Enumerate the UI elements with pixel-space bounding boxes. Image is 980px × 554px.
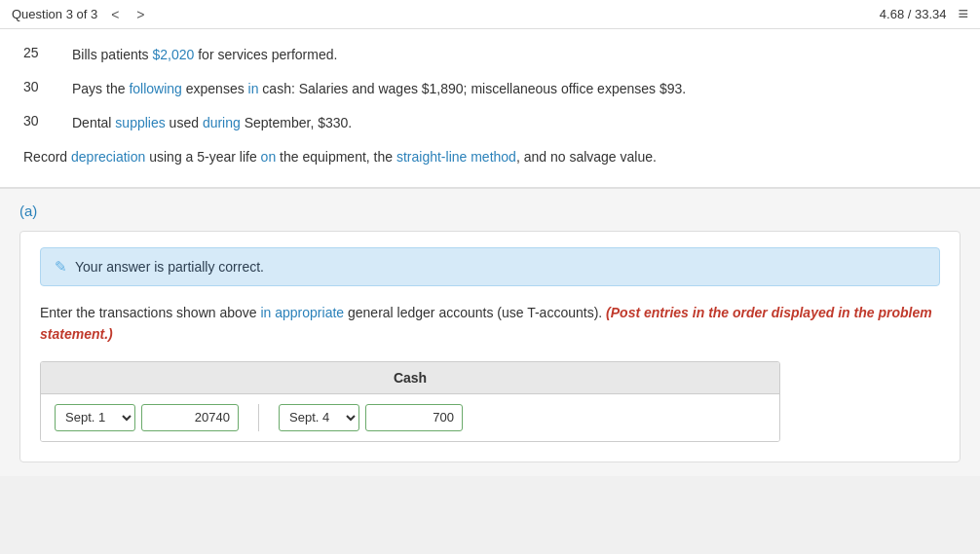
prev-button[interactable]: < [107, 7, 123, 22]
t-account-title: Cash [41, 362, 779, 394]
next-button[interactable]: > [132, 7, 148, 22]
text-in-instr: in [260, 305, 271, 320]
depreciation-note: Record depreciation using a 5-year life … [23, 147, 957, 167]
date-30b: 30 [23, 113, 72, 129]
top-bar-right: 4.68 / 33.34 ≡ [880, 4, 968, 24]
top-bar-left: Question 3 of 3 < > [12, 7, 149, 22]
problem-text-30a: Pays the following expenses in cash: Sal… [72, 79, 957, 99]
text-depreciation: depreciation [71, 149, 145, 165]
date-25: 25 [23, 45, 72, 60]
date-30a: 30 [23, 79, 72, 94]
score-display: 4.68 / 33.34 [880, 7, 947, 21]
text-on: on [261, 149, 277, 165]
text-straight-line: straight-line method [396, 149, 516, 165]
t-account-body: Sept. 1 Sept. 4 Sept. 10 Sept. 14 Sept. … [41, 394, 779, 441]
t-account-divider [258, 404, 259, 431]
question-counter: Question 3 of 3 [12, 7, 97, 21]
top-bar: Question 3 of 3 < > 4.68 / 33.34 ≡ [0, 0, 980, 29]
left-entry: Sept. 1 Sept. 4 Sept. 10 Sept. 14 Sept. … [55, 404, 239, 431]
problem-text-30b: Dental supplies used during September, $… [72, 113, 957, 133]
text-following: following [129, 81, 181, 96]
text-supplies: supplies [115, 115, 165, 130]
part-a-label: (a) [19, 203, 961, 219]
problem-row-25: 25 Bills patients $2,020 for services pe… [23, 45, 957, 65]
amount-2020: $2,020 [152, 47, 194, 62]
right-date-select[interactable]: Sept. 1 Sept. 4 Sept. 10 Sept. 14 Sept. … [279, 404, 359, 431]
right-amount-input[interactable] [365, 404, 463, 431]
left-date-select[interactable]: Sept. 1 Sept. 4 Sept. 10 Sept. 14 Sept. … [55, 404, 135, 431]
right-entry: Sept. 1 Sept. 4 Sept. 10 Sept. 14 Sept. … [279, 404, 463, 431]
instruction-text: Enter the transactions shown above in ap… [40, 302, 940, 346]
partial-correct-banner: ✎ Your answer is partially correct. [40, 247, 940, 286]
cash-t-account: Cash Sept. 1 Sept. 4 Sept. 10 Sept. 14 S… [40, 361, 780, 442]
pencil-icon: ✎ [55, 258, 67, 276]
left-amount-input[interactable] [141, 404, 239, 431]
part-a-section: (a) ✎ Your answer is partially correct. … [0, 189, 980, 476]
problem-row-30a: 30 Pays the following expenses in cash: … [23, 79, 957, 99]
bold-instruction: (Post entries in the order displayed in … [40, 305, 932, 342]
content-area: 25 Bills patients $2,020 for services pe… [0, 29, 980, 476]
banner-text: Your answer is partially correct. [75, 259, 264, 275]
text-during: during [203, 115, 241, 130]
problem-row-30b: 30 Dental supplies used during September… [23, 113, 957, 133]
text-in: in [248, 81, 259, 96]
text-appropriate: appropriate [275, 305, 344, 320]
problem-text-25: Bills patients $2,020 for services perfo… [72, 45, 957, 65]
problem-section: 25 Bills patients $2,020 for services pe… [0, 29, 980, 189]
answer-box: ✎ Your answer is partially correct. Ente… [19, 231, 961, 462]
menu-icon[interactable]: ≡ [958, 4, 968, 24]
